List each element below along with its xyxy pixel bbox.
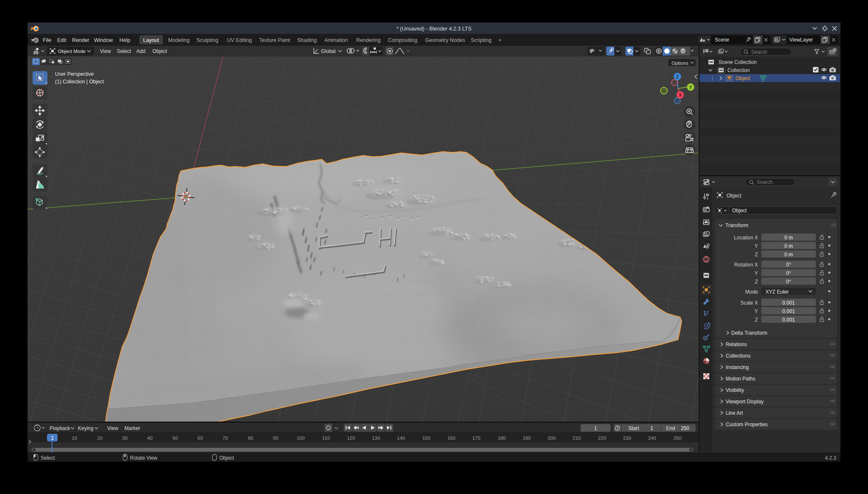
svg-text:Z: Z xyxy=(676,74,679,79)
svg-text:Y: Y xyxy=(689,85,692,90)
svg-text:X: X xyxy=(679,92,682,97)
